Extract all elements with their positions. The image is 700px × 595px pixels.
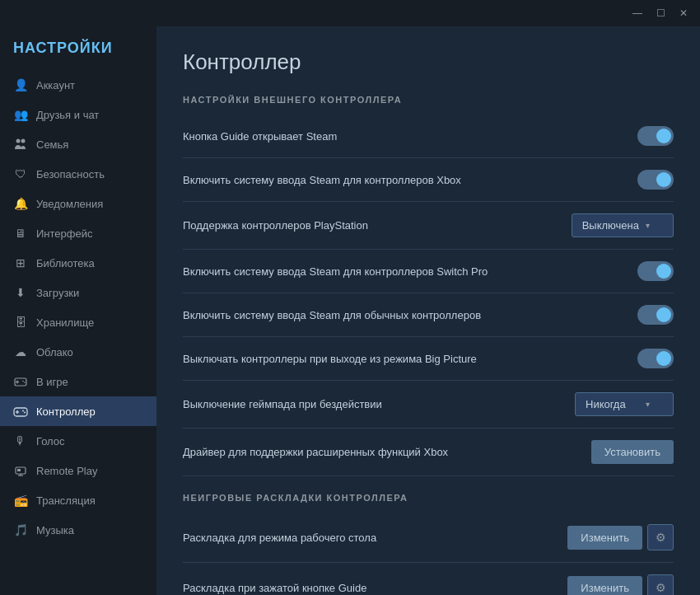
- setting-label-generic-input: Включить систему ввода Steam для обычных…: [183, 309, 637, 321]
- ingame-icon: [13, 374, 28, 389]
- broadcast-icon: 📻: [13, 493, 28, 508]
- sidebar-item-label: В игре: [36, 376, 68, 388]
- sidebar-item-voice[interactable]: 🎙 Голос: [0, 426, 156, 456]
- setting-row-switch-pro: Включить систему ввода Steam для контрол…: [183, 250, 674, 293]
- setting-label-idle-disconnect: Выключение геймпада при бездействии: [183, 398, 575, 410]
- downloads-icon: ⬇: [13, 285, 28, 300]
- svg-point-11: [24, 412, 26, 414]
- setting-row-playstation: Поддержка контроллеров PlayStation Выклю…: [183, 202, 674, 250]
- svg-point-10: [22, 410, 24, 412]
- svg-rect-15: [17, 469, 21, 471]
- sidebar-item-label: Уведомления: [36, 198, 103, 210]
- cloud-icon: ☁: [13, 344, 28, 359]
- titlebar: — ☐ ✕: [0, 0, 700, 26]
- sidebar-item-music[interactable]: 🎵 Музыка: [0, 515, 156, 545]
- remoteplay-icon: [13, 463, 28, 478]
- sidebar-item-label: Remote Play: [36, 465, 97, 477]
- sidebar-item-friends[interactable]: 👥 Друзья и чат: [0, 100, 156, 129]
- sidebar-item-notifications[interactable]: 🔔 Уведомления: [0, 189, 156, 218]
- toggle-generic-input[interactable]: [637, 305, 674, 325]
- gear-icon: ⚙: [656, 581, 666, 594]
- dropdown-idle-disconnect[interactable]: Никогда ▾: [575, 392, 674, 416]
- interface-icon: 🖥: [13, 226, 28, 241]
- sidebar-item-label: Интерфейс: [36, 227, 92, 240]
- page-title: Контроллер: [183, 49, 674, 75]
- toggle-bigpicture-exit[interactable]: [637, 349, 674, 368]
- controller-icon: [13, 404, 28, 419]
- sidebar-item-label: Музыка: [36, 524, 74, 536]
- toggle-slider-guide-opens-steam: [637, 126, 674, 146]
- button-group-guide-hold-layout: Изменить ⚙: [567, 574, 674, 595]
- setting-label-desktop-layout: Раскладка для режима рабочего стола: [183, 532, 567, 544]
- sidebar-item-remoteplay[interactable]: Remote Play: [0, 456, 156, 485]
- setting-label-switch-pro: Включить систему ввода Steam для контрол…: [183, 265, 637, 278]
- edit-desktop-layout-button[interactable]: Изменить: [567, 526, 642, 550]
- sidebar-item-ingame[interactable]: В игре: [0, 367, 156, 396]
- sidebar-item-controller[interactable]: Контроллер: [0, 396, 156, 426]
- toggle-slider-switch-pro: [637, 261, 674, 281]
- svg-point-5: [22, 381, 24, 382]
- voice-icon: 🎙: [13, 433, 28, 448]
- sidebar-item-label: Загрузки: [36, 287, 79, 299]
- install-xbox-driver-button[interactable]: Установить: [591, 440, 674, 464]
- gear-desktop-layout-button[interactable]: ⚙: [647, 524, 674, 550]
- toggle-slider-bigpicture-exit: [637, 349, 674, 368]
- sidebar-item-label: Контроллер: [36, 405, 96, 418]
- maximize-button[interactable]: ☐: [651, 5, 670, 21]
- svg-point-1: [21, 139, 26, 143]
- setting-row-xbox-driver: Драйвер для поддержки расширенных функци…: [183, 429, 674, 476]
- notifications-icon: 🔔: [13, 196, 28, 211]
- storage-icon: 🗄: [13, 315, 28, 330]
- chevron-down-icon: ▾: [646, 400, 650, 409]
- toggle-guide-opens-steam[interactable]: [637, 126, 674, 146]
- sidebar-item-label: Хранилище: [36, 316, 94, 329]
- sidebar-item-downloads[interactable]: ⬇ Загрузки: [0, 278, 156, 307]
- svg-point-6: [24, 382, 26, 383]
- main-layout: НАСТРОЙКИ 👤 Аккаунт 👥 Друзья и чат Семья…: [0, 26, 700, 595]
- gear-icon: ⚙: [656, 531, 666, 544]
- section2-label: НЕИГРОВЫЕ РАСКЛАДКИ КОНТРОЛЛЕРА: [183, 493, 674, 503]
- toggle-switch-pro[interactable]: [637, 261, 674, 281]
- dropdown-value-idle-disconnect: Никогда: [586, 398, 626, 410]
- minimize-button[interactable]: —: [628, 5, 647, 21]
- sidebar-item-account[interactable]: 👤 Аккаунт: [0, 70, 156, 100]
- security-icon: 🛡: [13, 166, 28, 181]
- toggle-slider-generic-input: [637, 305, 674, 325]
- sidebar-item-broadcast[interactable]: 📻 Трансляция: [0, 485, 156, 515]
- sidebar-item-label: Семья: [36, 138, 68, 151]
- music-icon: 🎵: [13, 522, 28, 537]
- sidebar-item-label: Библиотека: [36, 257, 95, 269]
- sidebar-title: НАСТРОЙКИ: [0, 40, 156, 70]
- svg-point-0: [16, 139, 21, 143]
- sidebar-item-label: Безопасность: [36, 168, 105, 180]
- content-area: Контроллер НАСТРОЙКИ ВНЕШНЕГО КОНТРОЛЛЕР…: [156, 26, 700, 595]
- setting-row-desktop-layout: Раскладка для режима рабочего стола Изме…: [183, 513, 674, 563]
- sidebar-item-label: Голос: [36, 435, 65, 447]
- toggle-xbox-input[interactable]: [637, 170, 674, 190]
- sidebar-item-label: Трансляция: [36, 494, 96, 507]
- setting-row-xbox-input: Включить систему ввода Steam для контрол…: [183, 158, 674, 202]
- setting-label-guide-opens-steam: Кнопка Guide открывает Steam: [183, 130, 637, 143]
- sidebar-item-cloud[interactable]: ☁ Облако: [0, 337, 156, 367]
- chevron-down-icon: ▾: [646, 221, 650, 230]
- sidebar-item-storage[interactable]: 🗄 Хранилище: [0, 307, 156, 337]
- gear-guide-hold-layout-button[interactable]: ⚙: [647, 574, 674, 595]
- section1-label: НАСТРОЙКИ ВНЕШНЕГО КОНТРОЛЛЕРА: [183, 95, 674, 105]
- setting-label-bigpicture-exit: Выключать контроллеры при выходе из режи…: [183, 353, 637, 365]
- sidebar-item-family[interactable]: Семья: [0, 129, 156, 159]
- sidebar-item-label: Облако: [36, 346, 73, 358]
- setting-row-guide-opens-steam: Кнопка Guide открывает Steam: [183, 115, 674, 158]
- edit-guide-hold-layout-button[interactable]: Изменить: [567, 576, 642, 596]
- setting-label-xbox-driver: Драйвер для поддержки расширенных функци…: [183, 446, 591, 458]
- sidebar-item-interface[interactable]: 🖥 Интерфейс: [0, 218, 156, 248]
- friends-icon: 👥: [13, 107, 28, 122]
- sidebar-item-label: Аккаунт: [36, 79, 75, 91]
- dropdown-playstation[interactable]: Выключена ▾: [572, 213, 674, 237]
- setting-row-bigpicture-exit: Выключать контроллеры при выходе из режи…: [183, 337, 674, 381]
- toggle-slider-xbox-input: [637, 170, 674, 190]
- close-button[interactable]: ✕: [674, 5, 693, 21]
- account-icon: 👤: [13, 77, 28, 92]
- sidebar-item-security[interactable]: 🛡 Безопасность: [0, 159, 156, 189]
- button-group-desktop-layout: Изменить ⚙: [567, 524, 674, 550]
- sidebar-item-library[interactable]: ⊞ Библиотека: [0, 248, 156, 278]
